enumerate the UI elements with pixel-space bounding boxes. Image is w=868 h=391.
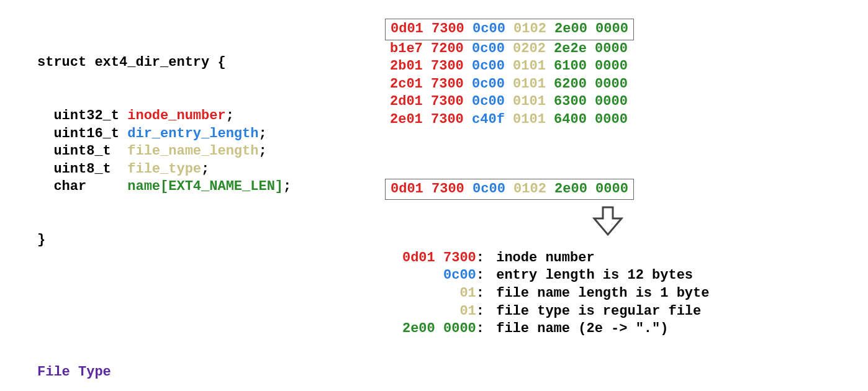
breakdown-key: 2e00 0000: bbox=[385, 320, 488, 338]
struct-field-type: uint16_t bbox=[53, 126, 127, 142]
breakdown-desc: entry length is 12 bytes bbox=[488, 267, 693, 285]
breakdown-key: 01: bbox=[385, 285, 488, 303]
hex-row-first: 0d01 7300 0c00 0102 2e00 0000 bbox=[385, 179, 634, 200]
hex-row: 2e01 7300 c40f 0101 6400 0000 bbox=[390, 111, 628, 129]
struct-field-suffix: ; bbox=[201, 161, 209, 177]
struct-decl-close: } bbox=[37, 231, 360, 249]
hex-row: 2b01 7300 0c00 0101 6100 0000 bbox=[390, 58, 628, 76]
hex-dump: 0d01 7300 0c00 0102 2e00 0000 b1e7 7200 … bbox=[385, 19, 831, 129]
struct-field-type: uint8_t bbox=[53, 143, 127, 159]
breakdown-row: 01: file name length is 1 byte bbox=[385, 285, 831, 303]
struct-field-suffix: ; bbox=[258, 126, 266, 142]
struct-field: uint8_t file_name_length; bbox=[37, 143, 360, 161]
file-type-title: File Type bbox=[37, 364, 360, 382]
hex-row: 2d01 7300 0c00 0101 6300 0000 bbox=[390, 93, 628, 111]
struct-field-type: uint32_t bbox=[53, 108, 127, 124]
hex-row: 2c01 7300 0c00 0101 6200 0000 bbox=[390, 76, 628, 94]
hex-row: b1e7 7200 0c00 0202 2e2e 0000 bbox=[390, 40, 628, 58]
struct-field-suffix: ; bbox=[283, 179, 291, 194]
breakdown-row: 0c00: entry length is 12 bytes bbox=[385, 267, 831, 285]
struct-field-name: name[EXT4_NAME_LEN] bbox=[127, 179, 283, 194]
struct-block: struct ext4_dir_entry { uint32_t inode_n… bbox=[37, 19, 360, 285]
struct-field-suffix: ; bbox=[258, 143, 266, 159]
breakdown-key: 01: bbox=[385, 303, 488, 321]
breakdown-desc: inode number bbox=[488, 249, 595, 267]
breakdown-desc: file name (2e -> ".") bbox=[488, 320, 668, 338]
breakdown-row: 0d01 7300: inode number bbox=[385, 249, 831, 267]
struct-field-name: inode_number bbox=[127, 108, 225, 124]
struct-field-name: file_name_length bbox=[127, 143, 258, 159]
struct-field: uint32_t inode_number; bbox=[37, 107, 360, 125]
breakdown-block: 0d01 7300 0c00 0102 2e00 0000 0d01 7300:… bbox=[385, 179, 831, 338]
struct-field-type: char bbox=[53, 179, 127, 194]
breakdown-key: 0d01 7300: bbox=[385, 249, 488, 267]
breakdown-desc: file type is regular file bbox=[488, 303, 701, 321]
struct-field-name: dir_entry_length bbox=[127, 126, 258, 142]
breakdown-row: 01: file type is regular file bbox=[385, 303, 831, 321]
struct-field-name: file_type bbox=[127, 161, 201, 177]
breakdown-desc: file name length is 1 byte bbox=[488, 285, 709, 303]
breakdown-row: 2e00 0000: file name (2e -> ".") bbox=[385, 320, 831, 338]
arrow-down-icon bbox=[385, 206, 831, 243]
struct-field-type: uint8_t bbox=[53, 161, 127, 177]
struct-field-suffix: ; bbox=[226, 108, 234, 124]
struct-field: uint8_t file_type; bbox=[37, 161, 360, 179]
hex-row-first: 0d01 7300 0c00 0102 2e00 0000 bbox=[385, 19, 634, 40]
struct-decl-open: struct ext4_dir_entry { bbox=[37, 54, 360, 72]
struct-field: char name[EXT4_NAME_LEN]; bbox=[37, 178, 360, 196]
breakdown-key: 0c00: bbox=[385, 267, 488, 285]
struct-field: uint16_t dir_entry_length; bbox=[37, 125, 360, 143]
file-type-block: File Type 0x0: Unknown 0x1: Regular file… bbox=[37, 328, 360, 391]
